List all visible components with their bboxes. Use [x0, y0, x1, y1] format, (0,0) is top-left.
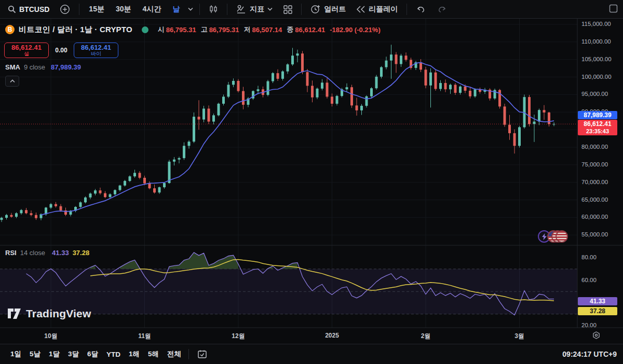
toolbar-separator — [227, 4, 227, 15]
clock-timezone[interactable]: 09:24:17 UTC+9 — [562, 350, 617, 358]
go-to-date-icon[interactable] — [197, 349, 207, 359]
alert-label: 얼러트 — [324, 5, 346, 14]
price-tick: 115,000.00 — [581, 21, 611, 27]
rsi-tick: 80.00 — [581, 254, 597, 260]
high-key: 고 — [201, 25, 208, 34]
replay-rewind-icon — [356, 6, 365, 13]
sma-params: 9 close — [24, 63, 45, 71]
bar-countdown: 23:35:43 — [578, 128, 617, 135]
low-key: 저 — [243, 25, 250, 34]
alert-button[interactable]: 얼러트 — [307, 2, 349, 17]
undo-icon — [416, 5, 426, 13]
range-6m[interactable]: 6달 — [83, 347, 102, 361]
close-key: 종 — [287, 25, 293, 34]
range-1y[interactable]: 1해 — [125, 347, 144, 361]
time-axis[interactable]: 10월11월12월20252월3월 — [0, 328, 623, 344]
open-value: 86,795.31 — [166, 26, 196, 34]
chart-style-button[interactable] — [205, 2, 222, 17]
sell-label: 셀 — [24, 51, 29, 57]
tradingview-logo-text: TradingView — [26, 307, 91, 320]
timeframe-15m[interactable]: 15분 — [85, 2, 109, 17]
range-5y[interactable]: 5해 — [144, 347, 163, 361]
tradingview-mark-icon — [7, 308, 21, 319]
buy-price: 86,612.41 — [81, 44, 111, 51]
current-price-axis-label: 86,612.41 23:35:43 — [578, 120, 617, 135]
alert-clock-icon — [310, 4, 321, 15]
bottom-separator — [188, 349, 189, 359]
spread-value: 0.00 — [51, 47, 72, 54]
time-axis-label: 10월 — [44, 332, 57, 341]
range-all[interactable]: 전체 — [163, 347, 185, 361]
time-axis-label: 12월 — [232, 332, 245, 341]
price-tick: 95,000.00 — [581, 91, 608, 97]
sma-legend[interactable]: SMA 9 close 87,989.39 — [5, 63, 81, 71]
price-tick: 70,000.00 — [581, 179, 608, 185]
range-5d[interactable]: 5날 — [25, 347, 45, 361]
low-value: 86,507.14 — [252, 26, 282, 34]
high-value: 86,795.31 — [209, 26, 239, 34]
price-tick: 100,000.00 — [581, 74, 612, 80]
timeframe-1d[interactable]: 날 — [168, 2, 184, 17]
flag-badges-icon[interactable] — [547, 230, 568, 243]
indicators-label: 지표 — [250, 5, 264, 14]
grid-layout-icon — [283, 5, 292, 14]
price-tick: 80,000.00 — [581, 144, 608, 150]
layout-grid-button[interactable] — [279, 2, 296, 17]
symbol-search-button[interactable]: BTCUSD — [4, 2, 53, 17]
time-axis-label: 2025 — [325, 332, 339, 339]
toolbar-separator — [301, 4, 302, 15]
rsi-tick: 20.00 — [581, 322, 597, 328]
search-icon — [8, 5, 16, 13]
sma-axis-label: 87,989.39 — [578, 111, 617, 119]
trade-widget: 86,612.41 셀 0.00 86,612.41 바이 — [4, 43, 118, 58]
redo-icon — [437, 5, 447, 13]
price-tick: 65,000.00 — [581, 197, 608, 203]
replay-button[interactable]: 리플레이 — [353, 2, 401, 17]
compare-add-button[interactable] — [56, 2, 74, 17]
price-tick: 75,000.00 — [581, 161, 608, 167]
symbol-title[interactable]: 비트코인 / 달러 · 1날 · CRYPTO — [19, 25, 132, 35]
rsi-value: 41.33 — [52, 249, 69, 257]
rsi-params: 14 close — [20, 249, 45, 257]
sma-value: 87,989.39 — [51, 63, 81, 71]
range-1m[interactable]: 1달 — [45, 347, 64, 361]
toolbar-separator — [407, 4, 407, 15]
bottom-toolbar: 1일 5날 1달 3달 6달 YTD 1해 5해 전체 09:24:17 UTC… — [0, 344, 623, 364]
sell-price: 86,612.41 — [11, 44, 42, 51]
redo-button[interactable] — [433, 2, 451, 17]
range-ytd[interactable]: YTD — [102, 348, 125, 360]
fullscreen-icon[interactable] — [609, 4, 618, 13]
symbol-search-label: BTCUSD — [19, 5, 49, 13]
pane-badges — [538, 230, 568, 243]
rsi-legend[interactable]: RSI 14 close 41.33 37.28 — [5, 249, 89, 257]
collapse-legend-button[interactable] — [5, 76, 19, 87]
timeframe-menu-button[interactable] — [187, 2, 194, 17]
change-value: -182.90 (-0.21%) — [330, 26, 381, 34]
symbol-legend[interactable]: B 비트코인 / 달러 · 1날 · CRYPTO 시 86,795.31 고 … — [5, 24, 381, 35]
indicators-button[interactable]: 지표 — [233, 2, 276, 17]
rsi-ma-axis-label: 37.28 — [578, 307, 617, 315]
timeframe-30m[interactable]: 30분 — [112, 2, 136, 17]
price-tick: 105,000.00 — [581, 56, 612, 62]
timeframe-4h[interactable]: 4시간 — [139, 2, 166, 17]
buy-label: 바이 — [91, 51, 101, 57]
market-status-icon — [142, 26, 148, 33]
rsi-name: RSI — [5, 249, 17, 257]
price-axis[interactable]: 115,000.00110,000.00105,000.00100,000.00… — [578, 19, 623, 328]
buy-button[interactable]: 86,612.41 바이 — [74, 43, 118, 58]
tradingview-app: BTCUSD 15분 30분 4시간 날 — [0, 0, 623, 364]
range-3m[interactable]: 3달 — [64, 347, 83, 361]
undo-button[interactable] — [412, 2, 430, 17]
time-axis-label: 3월 — [514, 332, 524, 341]
ohlc-values: 시 86,795.31 고 86,795.31 저 86,507.14 종 86… — [158, 25, 381, 34]
tradingview-logo[interactable]: TradingView — [7, 307, 91, 320]
sell-button[interactable]: 86,612.41 셀 — [4, 43, 49, 58]
price-tick: 110,000.00 — [581, 38, 611, 45]
gear-icon[interactable] — [592, 331, 601, 340]
price-tick: 55,000.00 — [581, 231, 608, 237]
chevron-down-icon — [267, 7, 273, 11]
price-tick: 60,000.00 — [581, 214, 608, 220]
sma-name: SMA — [5, 63, 20, 71]
replay-label: 리플레이 — [369, 5, 398, 14]
range-1d[interactable]: 1일 — [6, 347, 25, 361]
